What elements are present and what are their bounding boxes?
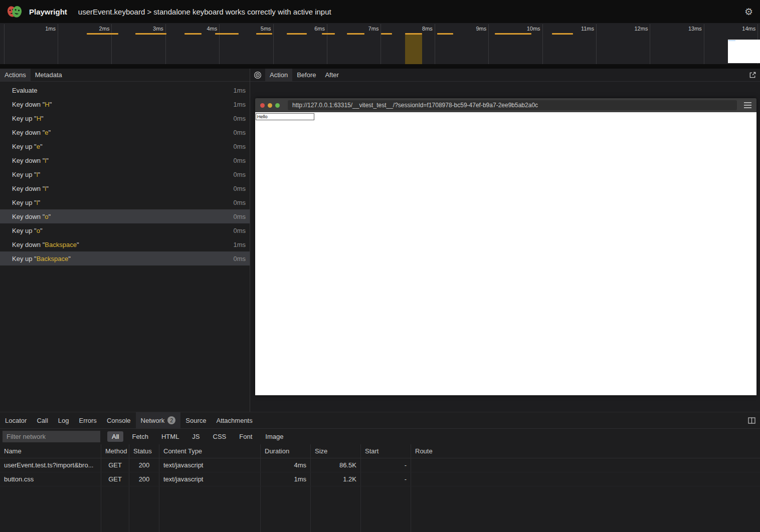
tab-source[interactable]: Source [180, 412, 211, 428]
timeline-gridline [488, 24, 489, 64]
network-request-row[interactable]: userEvent.test.ts?import&bro...GET200tex… [0, 458, 760, 472]
action-duration: 0ms [233, 115, 246, 122]
network-filler-cell [361, 486, 411, 532]
action-list-item[interactable]: Key down "Backspace"1ms [0, 237, 250, 251]
tab-label: Locator [5, 417, 27, 424]
network-cell: text/javascript [159, 458, 261, 472]
action-key-value: o [45, 213, 48, 220]
actions-panel: ActionsMetadata Evaluate1msKey down "H"1… [0, 69, 250, 412]
menu-icon [744, 105, 751, 106]
action-label-quote: " [49, 213, 51, 220]
filter-chip-all[interactable]: All [107, 431, 123, 442]
tab-log[interactable]: Log [53, 412, 74, 428]
filter-chip-fetch[interactable]: Fetch [127, 431, 153, 442]
action-label-quote: " [50, 101, 52, 108]
filter-chip-css[interactable]: CSS [209, 431, 231, 442]
network-filter-row: AllFetchHTMLJSCSSFontImage [0, 429, 760, 444]
network-request-row[interactable]: button.cssGET200text/javascript1ms1.2K- [0, 472, 760, 486]
filter-network-input[interactable] [3, 431, 100, 442]
tab-network[interactable]: Network2 [136, 412, 181, 428]
action-label-quote: " [40, 227, 43, 234]
action-label: Key up " [12, 255, 37, 262]
tab-label: Call [37, 417, 48, 424]
external-link-icon[interactable] [745, 69, 760, 81]
timeline-tick-label: 11ms [564, 26, 594, 32]
address-bar: http://127.0.0.1:63315/__vitest_test__/?… [288, 100, 737, 110]
timeline-gridline [4, 24, 5, 64]
tab-label: Before [297, 71, 316, 79]
gear-icon[interactable]: ⚙ [744, 6, 753, 17]
snapshot-panel: ActionBeforeAfter http://127.0.0.1:63315… [250, 69, 760, 412]
action-list-item[interactable]: Key down "e"0ms [0, 125, 250, 139]
app-header: Playwright userEvent.keyboard > standalo… [0, 0, 760, 23]
action-label-quote: " [40, 143, 43, 150]
timeline-gridline [58, 24, 58, 64]
action-label-quote: " [41, 115, 44, 122]
timeline-action-tick [287, 33, 307, 35]
action-duration: 0ms [233, 227, 246, 234]
action-key-value: H [37, 115, 41, 122]
timeline-gridline [704, 24, 704, 64]
timeline-selection-bar[interactable] [405, 35, 422, 64]
tab-errors[interactable]: Errors [74, 412, 101, 428]
network-count-badge: 2 [167, 416, 175, 424]
action-list-item[interactable]: Evaluate1ms [0, 83, 250, 97]
action-list-item[interactable]: Key down "l"0ms [0, 153, 250, 167]
action-label: Key up " [12, 199, 37, 206]
tab-label: Log [58, 417, 69, 424]
timeline-gridline [327, 24, 327, 64]
action-duration: 1ms [233, 101, 246, 108]
tab-actions[interactable]: Actions [0, 69, 31, 81]
filter-chip-image[interactable]: Image [261, 431, 288, 442]
timeline[interactable]: 1ms2ms3ms4ms5ms6ms7ms8ms9ms10ms11ms12ms1… [0, 23, 760, 64]
tab-action[interactable]: Action [265, 69, 292, 81]
tab-before[interactable]: Before [292, 69, 320, 81]
page-text-input[interactable] [256, 113, 314, 120]
action-list-item[interactable]: Key down "l"0ms [0, 181, 250, 195]
action-list-item[interactable]: Key up "o"0ms [0, 223, 250, 237]
network-cell: button.css [0, 472, 101, 486]
tab-console[interactable]: Console [102, 412, 136, 428]
tab-attachments[interactable]: Attachments [211, 412, 257, 428]
action-list-item[interactable]: Key down "H"1ms [0, 97, 250, 111]
timeline-gridline [650, 24, 650, 64]
action-list-item[interactable]: Key up "l"0ms [0, 167, 250, 181]
tab-call[interactable]: Call [32, 412, 53, 428]
window-dot-yellow [268, 103, 272, 108]
filter-chip-font[interactable]: Font [235, 431, 257, 442]
filter-chip-js[interactable]: JS [187, 431, 204, 442]
tab-locator[interactable]: Locator [0, 412, 32, 428]
action-label: Key down " [12, 101, 45, 108]
split-columns-icon[interactable] [743, 412, 760, 428]
action-duration: 1ms [233, 241, 246, 248]
snapshot-page [255, 112, 756, 395]
timeline-film-thumbnail[interactable] [728, 40, 760, 63]
tab-metadata[interactable]: Metadata [31, 69, 67, 81]
timeline-tick-label: 12ms [618, 26, 648, 32]
details-tabbar: LocatorCallLogErrorsConsoleNetwork2Sourc… [0, 412, 760, 429]
action-list-item[interactable]: Key up "e"0ms [0, 139, 250, 153]
network-cell [411, 472, 760, 486]
action-list-item[interactable]: Key up "l"0ms [0, 195, 250, 209]
details-panel: LocatorCallLogErrorsConsoleNetwork2Sourc… [0, 412, 760, 532]
action-list-item[interactable]: Key up "H"0ms [0, 111, 250, 125]
timeline-action-tick [437, 33, 453, 35]
action-label: Key down " [12, 129, 45, 136]
timeline-tick-label: 10ms [510, 26, 540, 32]
timeline-action-tick [184, 33, 202, 35]
browser-window: http://127.0.0.1:63315/__vitest_test__/?… [255, 98, 756, 395]
tab-after[interactable]: After [320, 69, 343, 81]
column-header: Content Type [159, 444, 261, 458]
timeline-tick-label: 14ms [725, 26, 755, 32]
action-list-item[interactable]: Key down "o"0ms [0, 209, 250, 223]
action-duration: 0ms [233, 199, 246, 206]
action-label: Key up " [12, 227, 37, 234]
bullseye-icon[interactable] [250, 69, 265, 81]
network-filler-cell [261, 486, 311, 532]
action-list-item[interactable]: Key up "Backspace"0ms [0, 251, 250, 265]
action-label: Key down " [12, 241, 45, 248]
network-table: NameMethodStatusContent TypeDurationSize… [0, 444, 760, 532]
tab-label: Metadata [35, 71, 62, 79]
network-cell: 1.2K [311, 472, 361, 486]
filter-chip-html[interactable]: HTML [157, 431, 183, 442]
